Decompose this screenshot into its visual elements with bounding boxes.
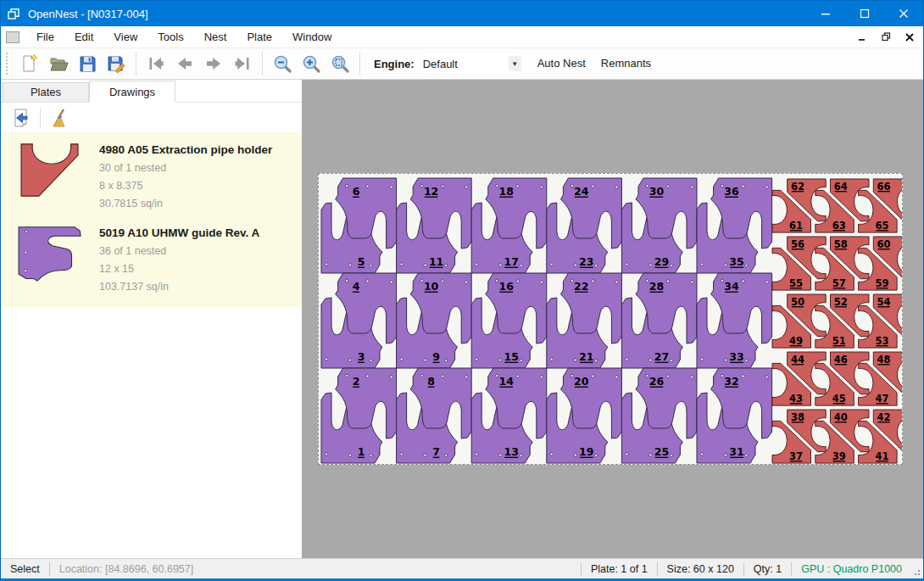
engine-select[interactable]: Default ▼ [421, 53, 521, 74]
svg-text:65: 65 [876, 220, 889, 232]
svg-text:24: 24 [574, 185, 589, 198]
status-bar: Select Location: [84.8696, 60.6957] Plat… [1, 558, 923, 578]
svg-text:6: 6 [353, 185, 360, 198]
svg-text:13: 13 [504, 445, 518, 458]
svg-text:59: 59 [876, 277, 889, 289]
svg-text:52: 52 [834, 296, 848, 308]
svg-text:44: 44 [791, 354, 804, 366]
tab-drawings[interactable]: Drawings [89, 81, 175, 103]
svg-text:15: 15 [504, 350, 518, 363]
app-icon [1, 7, 26, 20]
svg-text:19: 19 [579, 445, 593, 458]
zoom-out-button[interactable] [268, 51, 297, 76]
svg-text:35: 35 [729, 255, 743, 268]
toolbar-grip[interactable] [6, 53, 10, 75]
close-button[interactable] [884, 1, 923, 26]
auto-nest-button[interactable]: Auto Nest [530, 52, 593, 75]
status-location: Location: [84.8696, 60.6957] [50, 563, 203, 575]
svg-text:42: 42 [877, 411, 891, 423]
svg-text:10: 10 [424, 280, 439, 293]
svg-text:45: 45 [832, 393, 846, 405]
drawing-nested-count: 30 of 1 nested [99, 159, 272, 177]
svg-text:9: 9 [432, 350, 440, 363]
first-plate-button[interactable] [142, 51, 170, 76]
resize-grip[interactable] [911, 559, 923, 578]
status-plate: Plate: 1 of 1 [582, 563, 657, 575]
svg-text:41: 41 [876, 450, 889, 462]
svg-text:3: 3 [358, 350, 365, 363]
last-plate-button[interactable] [228, 51, 257, 76]
new-file-button[interactable] [15, 51, 44, 76]
svg-text:22: 22 [574, 280, 588, 293]
zoom-fit-button[interactable] [326, 51, 354, 76]
svg-text:16: 16 [498, 280, 514, 293]
svg-text:11: 11 [429, 255, 443, 268]
menu-window[interactable]: Window [282, 26, 342, 48]
clear-drawings-button[interactable] [47, 105, 73, 131]
svg-text:23: 23 [579, 255, 593, 268]
svg-text:33: 33 [729, 350, 743, 363]
import-drawing-button[interactable] [8, 105, 33, 131]
mdi-close-button[interactable] [899, 28, 920, 47]
tab-plates[interactable]: Plates [3, 82, 89, 102]
svg-text:46: 46 [834, 354, 848, 366]
svg-text:20: 20 [574, 375, 589, 388]
app-window: OpenNest - [N0317-004] File Edit View To… [0, 0, 924, 581]
drawing-area: 30.7815 sq/in [99, 195, 272, 213]
previous-plate-button[interactable] [170, 51, 199, 76]
menu-tools[interactable]: Tools [148, 26, 193, 48]
svg-text:50: 50 [791, 296, 804, 308]
svg-text:21: 21 [579, 350, 593, 363]
drawing-thumbnail-red [13, 142, 87, 199]
zoom-in-button[interactable] [297, 51, 326, 76]
svg-text:34: 34 [724, 280, 739, 293]
main-toolbar: Engine: Default ▼ Auto Nest Remnants [1, 48, 923, 80]
menu-file[interactable]: File [26, 26, 64, 48]
svg-text:47: 47 [876, 393, 889, 405]
svg-text:57: 57 [832, 277, 846, 289]
svg-text:18: 18 [498, 185, 513, 198]
maximize-button[interactable] [845, 1, 884, 26]
svg-text:1: 1 [358, 445, 365, 458]
drawing-item-purple[interactable]: 5019 A10 UHMW guide Rev. A 36 of 1 neste… [1, 219, 302, 302]
chevron-down-icon[interactable]: ▼ [509, 56, 521, 71]
svg-text:37: 37 [789, 450, 803, 462]
svg-text:55: 55 [789, 277, 803, 289]
status-gpu: GPU : Quadro P1000 [792, 563, 911, 575]
menu-plate[interactable]: Plate [237, 26, 282, 48]
svg-text:58: 58 [834, 238, 848, 250]
plate[interactable]: 6512111817242330293635431091615222128273… [318, 173, 903, 465]
svg-text:62: 62 [791, 181, 804, 193]
menu-nest[interactable]: Nest [194, 26, 237, 48]
drawings-toolbar [1, 102, 302, 132]
next-plate-button[interactable] [199, 51, 228, 76]
drawing-title: 5019 A10 UHMW guide Rev. A [99, 225, 259, 243]
svg-text:48: 48 [877, 354, 891, 366]
menu-view[interactable]: View [103, 26, 148, 48]
svg-text:66: 66 [877, 181, 891, 193]
drawing-size: 8 x 8.375 [99, 177, 272, 195]
open-file-button[interactable] [44, 51, 73, 76]
svg-text:64: 64 [834, 181, 848, 193]
mdi-document-icon[interactable] [6, 31, 19, 43]
svg-text:27: 27 [654, 350, 669, 363]
save-button[interactable] [73, 51, 102, 76]
svg-text:32: 32 [724, 375, 738, 388]
svg-text:14: 14 [498, 375, 514, 388]
svg-text:30: 30 [649, 185, 665, 198]
remnants-button[interactable]: Remnants [593, 52, 659, 75]
mdi-restore-button[interactable] [876, 28, 896, 47]
svg-text:36: 36 [724, 185, 739, 198]
save-as-button[interactable] [102, 51, 131, 76]
svg-text:39: 39 [832, 450, 846, 462]
minimize-button[interactable] [806, 1, 845, 26]
drawing-item-red[interactable]: 4980 A05 Extraction pipe holder 30 of 1 … [1, 136, 302, 219]
nest-canvas[interactable]: 6512111817242330293635431091615222128273… [303, 80, 923, 558]
status-qty: Qty: 1 [744, 563, 791, 575]
menu-edit[interactable]: Edit [64, 26, 103, 48]
mdi-minimize-button[interactable] [852, 28, 872, 47]
svg-text:53: 53 [876, 335, 889, 347]
svg-text:56: 56 [791, 238, 804, 250]
drawing-area: 103.7137 sq/in [99, 278, 259, 296]
svg-text:38: 38 [791, 411, 804, 423]
